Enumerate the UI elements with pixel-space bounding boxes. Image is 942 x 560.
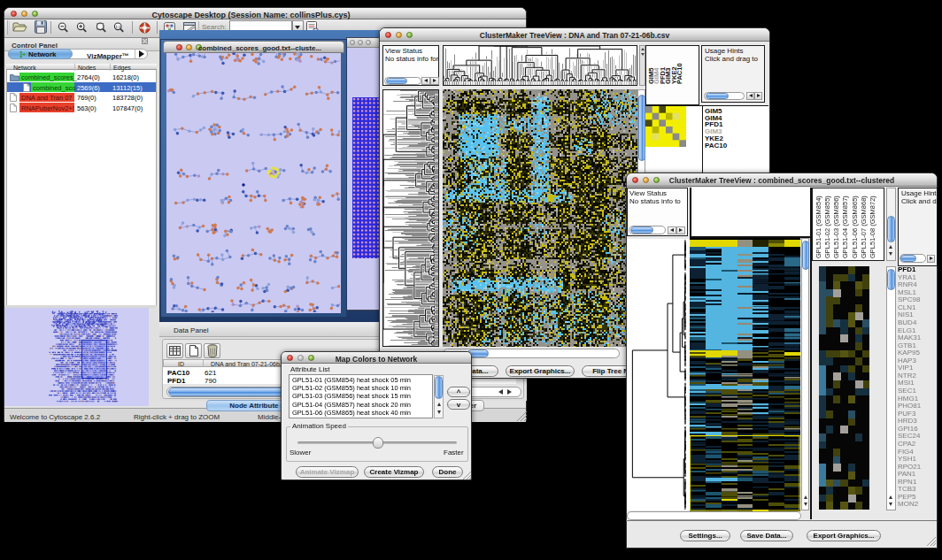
svg-text:1:1: 1:1	[115, 25, 121, 29]
